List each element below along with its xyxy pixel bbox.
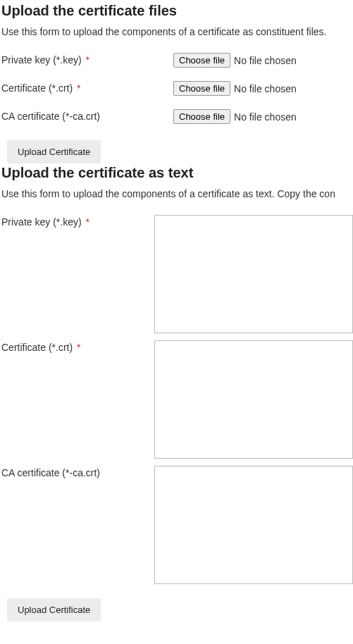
file-input-private-key: Choose file No file chosen [173,53,297,68]
choose-file-certificate[interactable]: Choose file [173,81,230,96]
file-status-ca-certificate: No file chosen [234,111,297,123]
row-private-key-file: Private key (*.key) * Choose file No fil… [1,53,353,70]
row-certificate-file: Certificate (*.crt) * Choose file No fil… [1,81,353,98]
section-text-description: Use this form to upload the components o… [1,188,353,199]
section-files-heading: Upload the certificate files [1,3,353,19]
upload-certificate-text-button[interactable]: Upload Certificate [7,598,101,621]
required-marker: * [77,82,80,94]
file-input-certificate: Choose file No file chosen [173,81,297,96]
section-files-description: Use this form to upload the components o… [1,26,353,37]
row-ca-certificate-file: CA certificate (*-ca.crt) Choose file No… [1,109,353,126]
required-marker: * [85,54,89,66]
file-status-certificate: No file chosen [234,83,297,94]
required-marker: * [85,216,89,228]
label-certificate-text: Certificate (*.crt) * [1,340,154,353]
file-input-ca-certificate: Choose file No file chosen [173,109,297,124]
file-status-private-key: No file chosen [234,55,297,66]
label-ca-certificate-file: CA certificate (*-ca.crt) [1,109,173,122]
choose-file-ca-certificate[interactable]: Choose file [173,109,230,124]
label-private-key-file: Private key (*.key) * [1,53,173,66]
row-certificate-text: Certificate (*.crt) * [1,340,353,459]
label-certificate-file: Certificate (*.crt) * [1,81,173,94]
required-marker: * [77,342,80,353]
upload-certificate-files-button[interactable]: Upload Certificate [7,140,101,163]
textarea-ca-certificate[interactable] [154,466,353,584]
label-ca-certificate-text: CA certificate (*-ca.crt) [1,466,154,478]
label-private-key-text: Private key (*.key) * [1,215,154,228]
row-ca-certificate-text: CA certificate (*-ca.crt) [1,466,353,584]
textarea-private-key[interactable] [154,215,353,333]
section-text-heading: Upload the certificate as text [1,165,353,181]
textarea-certificate[interactable] [154,340,353,459]
row-private-key-text: Private key (*.key) * [1,215,353,333]
choose-file-private-key[interactable]: Choose file [173,53,230,68]
